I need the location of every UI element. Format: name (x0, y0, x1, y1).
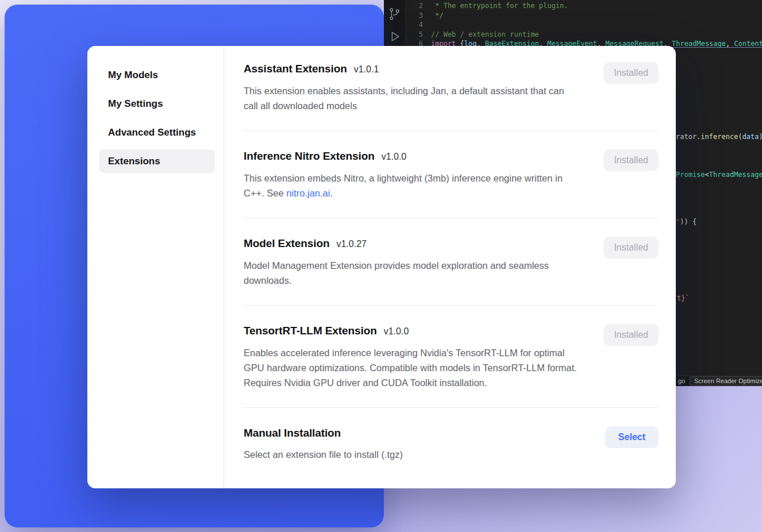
code-token: // Web / extension runtime (431, 30, 539, 38)
extensions-panel: Assistant Extension v1.0.1 This extensio… (224, 46, 676, 488)
line-number: 4 (406, 20, 431, 30)
sidebar-item-my-settings[interactable]: My Settings (99, 92, 215, 115)
source-control-icon[interactable] (387, 7, 402, 21)
run-debug-icon[interactable] (387, 29, 402, 44)
settings-modal: My Models My Settings Advanced Settings … (87, 46, 676, 488)
code-token: inference (701, 133, 738, 141)
extension-title: Assistant Extension (244, 61, 347, 77)
code-fragment: Promise<ThreadMessage> (676, 171, 762, 179)
code-token: < (705, 171, 709, 179)
extension-title: Model Extension (244, 236, 329, 252)
extension-description: Model Management Extension provides mode… (244, 258, 580, 288)
screen-reader-tag[interactable]: Screen Reader Optimized (690, 376, 762, 385)
sidebar-item-my-models[interactable]: My Models (99, 63, 215, 87)
extension-description: Enables accelerated inference leveraging… (244, 345, 580, 390)
extension-version: v1.0.1 (354, 61, 379, 78)
installed-button[interactable]: Installed (603, 324, 659, 346)
desktop-background: 2 * The entrypoint for the plugin. 3 */ … (0, 0, 762, 532)
extension-section-assistant: Assistant Extension v1.0.1 This extensio… (244, 46, 659, 131)
sidebar-item-extensions[interactable]: Extensions (99, 149, 215, 173)
code-fragment: rator.inference(data)); (676, 133, 762, 141)
extension-description: This extension enables assistants, inclu… (244, 83, 580, 113)
extension-section-tensorrt: TensortRT-LLM Extension v1.0.0 Enables a… (244, 306, 659, 408)
code-line: 3 */ (406, 11, 762, 21)
statusbar-text[interactable]: go (678, 377, 685, 384)
code-token: t}` (677, 294, 690, 302)
section-title: Manual Installation (244, 425, 341, 441)
installed-button[interactable]: Installed (603, 149, 659, 171)
code-token: ThreadMessage (672, 40, 726, 48)
code-token: ThreadMessage (709, 171, 762, 179)
code-token: ContentType (734, 40, 762, 48)
code-token: * The entrypoint for the plugin. (431, 2, 568, 10)
extension-section-model: Model Extension v1.0.27 Model Management… (244, 218, 659, 306)
nitro-jan-ai-link[interactable]: nitro.jan.ai. (286, 188, 333, 198)
code-token: rator. (676, 133, 701, 141)
code-token: data (742, 133, 759, 141)
code-token: , (726, 40, 734, 48)
extension-version: v1.0.27 (336, 236, 366, 252)
code-token: )); (759, 133, 762, 141)
code-line: 4 (406, 20, 762, 30)
code-area: 2 * The entrypoint for the plugin. 3 */ … (406, 1, 762, 49)
select-button[interactable]: Select (605, 426, 659, 448)
code-token: ( (738, 133, 742, 141)
line-number: 5 (406, 30, 431, 40)
code-token: */ (431, 11, 444, 20)
section-description: Select an extension file to install (.tg… (244, 447, 403, 462)
code-line: 5 // Web / extension runtime (406, 30, 762, 40)
code-token: Promise (676, 171, 705, 179)
line-number: 2 (406, 1, 431, 11)
code-token: )) { (680, 218, 696, 226)
extension-title: TensortRT-LLM Extension (244, 323, 377, 339)
settings-sidebar: My Models My Settings Advanced Settings … (87, 46, 224, 488)
line-number: 3 (406, 11, 431, 21)
code-fragment: t}` (677, 294, 690, 302)
sidebar-item-advanced-settings[interactable]: Advanced Settings (99, 121, 215, 144)
installed-button[interactable]: Installed (603, 237, 659, 259)
manual-installation-section: Manual Installation Select an extension … (244, 408, 659, 479)
extension-section-nitro: Inference Nitro Extension v1.0.0 This ex… (244, 131, 659, 218)
code-line: 2 * The entrypoint for the plugin. (406, 1, 762, 11)
extension-version: v1.0.0 (382, 149, 407, 165)
extension-title: Inference Nitro Extension (244, 148, 375, 164)
extension-version: v1.0.0 (384, 323, 409, 340)
installed-button[interactable]: Installed (603, 62, 659, 84)
code-fragment: ')) { (676, 218, 696, 226)
extension-description: This extension embeds Nitro, a lightweig… (244, 171, 580, 201)
